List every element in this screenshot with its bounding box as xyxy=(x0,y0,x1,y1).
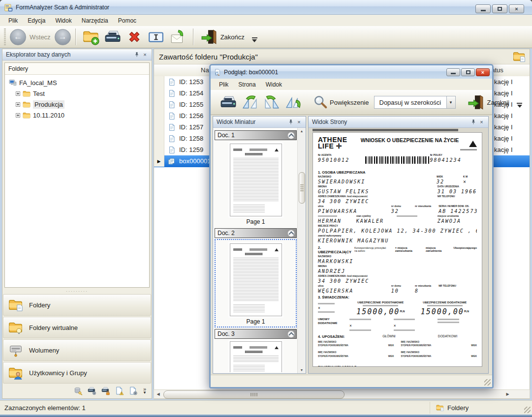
thumbnail-item[interactable] xyxy=(215,339,297,372)
doc-group-header[interactable]: Doc. 2 xyxy=(215,228,297,238)
flip-horizontal-icon xyxy=(285,94,302,111)
form-title: WNIOSEK O UBEZPIECZENIE NA ŻYCIE xyxy=(359,137,460,144)
close-panel-icon[interactable]: × xyxy=(295,118,303,126)
database-key-icon[interactable] xyxy=(74,387,83,395)
panel-splitter[interactable]: ········· xyxy=(2,289,152,293)
rename-button[interactable] xyxy=(145,28,167,46)
folder-icon xyxy=(23,89,31,97)
scroll-down-icon[interactable]: ▼ xyxy=(298,368,306,372)
new-folder-button[interactable] xyxy=(80,28,102,46)
form-brand-logo: ATHENE LIFE ✛ xyxy=(318,137,359,150)
menu-pomoc[interactable]: Pomoc xyxy=(114,16,141,26)
tree-item-fa-local-ms[interactable]: FA_local_MS xyxy=(6,77,148,88)
zoom-combobox[interactable]: Dopasuj w szerokości ▼ xyxy=(374,96,456,109)
rename-icon xyxy=(148,29,164,45)
rotate-left-button[interactable] xyxy=(261,93,282,112)
delete-button[interactable] xyxy=(124,28,145,46)
preview-close-button[interactable]: × xyxy=(476,68,490,76)
maximize-button[interactable] xyxy=(492,4,507,13)
tree-item-label: Produkcja xyxy=(33,100,64,109)
thumbnail-item[interactable]: Page 1 xyxy=(215,239,297,328)
rotate-right-button[interactable] xyxy=(239,93,261,112)
send-document-icon xyxy=(169,29,186,45)
preview-menu-strona[interactable]: Strona xyxy=(234,80,260,89)
nav-button-użytkownicy-i-grupy[interactable]: Użytkownicy i Grupy xyxy=(3,362,151,384)
pin-icon[interactable] xyxy=(286,118,295,126)
form-corner-logo xyxy=(460,137,477,150)
zoom-value[interactable]: Dopasuj w szerokości xyxy=(374,96,447,109)
menu-plik[interactable]: Plik xyxy=(4,16,22,26)
forward-button[interactable]: → xyxy=(55,29,71,45)
close-panel-icon[interactable]: × xyxy=(141,51,149,59)
form-field-row: HERMANstan cywilnyKAWALER miejsce urodze… xyxy=(318,214,477,224)
toolbar-overflow-button[interactable] xyxy=(252,37,257,45)
close-panel-icon[interactable]: × xyxy=(477,118,486,126)
send-button[interactable] xyxy=(167,28,188,46)
folder-document-icon xyxy=(513,50,526,63)
nav-button-foldery[interactable]: Foldery xyxy=(3,294,151,316)
scroll-right-icon[interactable]: ▶ xyxy=(503,390,512,398)
exit-button[interactable]: Zakończ xyxy=(198,28,247,46)
toolbar-grip[interactable] xyxy=(4,29,6,45)
collapse-icon[interactable] xyxy=(287,132,295,139)
form-section-title: 3. ŚWIADCZENIA: xyxy=(318,295,477,299)
expand-icon[interactable] xyxy=(16,113,20,118)
vertical-scrollbar[interactable]: ▲ ▼ xyxy=(297,128,306,373)
collapse-icon[interactable] xyxy=(287,330,295,338)
document-settings-icon[interactable] xyxy=(129,387,138,395)
nav-button-foldery-wirtualne[interactable]: Foldery wirtualne xyxy=(3,317,151,338)
form-section-title: 2. UBEZPIECZAJĄCYKorespondencję przesyła… xyxy=(318,245,477,254)
field-label: NR TELEFONU xyxy=(438,195,477,199)
combo-dropdown-icon[interactable]: ▼ xyxy=(447,96,456,109)
preview-scan-button[interactable] xyxy=(218,93,239,112)
scrollbar-thumb[interactable] xyxy=(299,172,305,204)
scroll-up-icon[interactable]: ▲ xyxy=(298,129,306,133)
menu-edycja[interactable]: Edycja xyxy=(23,16,50,26)
scanner-lock-icon[interactable] xyxy=(101,387,110,395)
close-preview-button[interactable]: Zamknij xyxy=(465,93,512,112)
tree-item-10-11-2010[interactable]: 10.11.2010 xyxy=(6,110,148,120)
preview-minimize-button[interactable] xyxy=(446,68,460,76)
scanner-icon xyxy=(220,94,237,111)
scanner-settings-icon[interactable] xyxy=(88,387,96,395)
field-value xyxy=(438,288,477,294)
preview-menu-plik[interactable]: Plik xyxy=(215,80,233,89)
scroll-left-icon[interactable]: ◀ xyxy=(154,390,162,398)
field-label: nr domu xyxy=(391,205,411,208)
preview-toolbar-overflow-button[interactable] xyxy=(517,103,522,110)
pin-icon[interactable] xyxy=(132,51,141,59)
form-field-row: IMIONAANDRZEJ xyxy=(318,265,477,274)
scan-button[interactable] xyxy=(102,28,124,46)
expand-icon[interactable] xyxy=(16,102,20,107)
menu-narzędzia[interactable]: Narzędzia xyxy=(77,16,113,26)
expand-icon[interactable] xyxy=(16,91,20,96)
explorer-nav-buttons: FolderyFoldery wirtualneWolumenyUżytkown… xyxy=(2,293,152,384)
back-button[interactable]: ← xyxy=(10,29,26,45)
document-warning-icon[interactable] xyxy=(115,387,124,395)
page-view-content[interactable]: ATHENE LIFE ✛WNIOSEK O UBEZPIECZENIE NA … xyxy=(309,128,488,373)
tree-item-test[interactable]: Test xyxy=(6,88,148,99)
row-name: box000001 xyxy=(179,157,211,165)
scrollbar-thumb[interactable] xyxy=(163,390,344,399)
doc-group-header[interactable]: Doc. 3 xyxy=(215,329,297,339)
pin-icon[interactable] xyxy=(469,118,477,126)
horizontal-scrollbar[interactable]: ◀ ▶ xyxy=(154,389,530,399)
preview-menu-widok[interactable]: Widok xyxy=(261,80,286,89)
field-value: 34 300 ZYWIEC xyxy=(318,278,477,284)
preview-maximize-button[interactable] xyxy=(461,68,475,76)
doc-group-header[interactable]: Doc. 1 xyxy=(215,130,297,140)
field-label: K M xyxy=(463,175,477,179)
more-tools-icon[interactable]: »▼ xyxy=(143,387,147,394)
close-button[interactable]: × xyxy=(509,4,524,13)
menu-widok[interactable]: Widok xyxy=(51,16,76,26)
resize-grip[interactable] xyxy=(484,379,491,386)
thumbnail-item[interactable]: Page 1 xyxy=(215,140,297,227)
flip-button[interactable] xyxy=(282,93,304,112)
nav-button-wolumeny[interactable]: Wolumeny xyxy=(3,339,151,361)
benefits-block: ×UBEZPIECZENIE PODSTAWOWE15000,00PLNUBEZ… xyxy=(318,301,477,316)
rotate-left-icon xyxy=(263,94,280,111)
minimize-button[interactable] xyxy=(475,4,491,13)
tree-item-produkcja[interactable]: Produkcja xyxy=(6,99,148,110)
resize-grip[interactable] xyxy=(524,407,531,413)
collapse-icon[interactable] xyxy=(287,230,295,237)
